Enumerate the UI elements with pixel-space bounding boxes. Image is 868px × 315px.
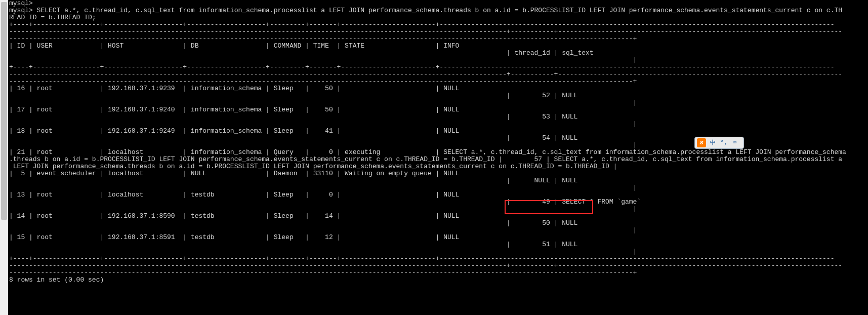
table-row: | 49 | SELECT * FROM `game`: [9, 198, 641, 206]
table-separator: ----------------------------------------…: [9, 77, 637, 85]
table-row: | 53 | NULL: [9, 113, 577, 121]
table-separator: ----------------------------------------…: [9, 262, 842, 269]
keyboard-icon[interactable]: ⌨: [730, 138, 739, 147]
table-row: LEFT JOIN performance_schema.threads b o…: [9, 163, 617, 170]
table-row: | 5 | event_scheduler | localhost | NULL…: [9, 170, 459, 177]
table-header: |: [9, 56, 637, 64]
ime-punct-icon[interactable]: °,: [719, 138, 728, 147]
table-separator: ----------------------------------------…: [9, 70, 842, 78]
table-separator: +----+-----------------+----------------…: [9, 63, 834, 71]
table-row: |: [9, 120, 637, 128]
table-row: |: [9, 226, 637, 234]
ime-mode-icon[interactable]: 中: [708, 138, 717, 147]
table-row: | 16 | root | 192.168.37.1:9239 | inform…: [9, 85, 459, 92]
result-summary: 8 rows in set (0.00 sec): [9, 276, 104, 284]
table-row: .threads b on a.id = b.PROCESSLIST_ID LE…: [9, 155, 842, 163]
table-separator: +----+-----------------+----------------…: [9, 21, 834, 28]
table-row: | NULL | NULL: [9, 177, 577, 184]
table-separator: ----------------------------------------…: [9, 28, 842, 35]
table-row: | 50 | NULL: [9, 219, 577, 227]
table-row: | 54 | NULL: [9, 134, 577, 142]
table-row: | 15 | root | 192.168.37.1:8591 | testdb…: [9, 233, 459, 241]
table-row: | 17 | root | 192.168.37.1:9240 | inform…: [9, 106, 459, 113]
table-header: | ID | USER | HOST | DB | COMMAND | TIME…: [9, 42, 459, 50]
table-row: |: [9, 141, 637, 149]
ime-logo-icon[interactable]: S: [697, 138, 706, 147]
table-header: | thread_id | sql_text: [9, 49, 594, 57]
table-row: | 14 | root | 192.168.37.1:8590 | testdb…: [9, 212, 459, 220]
table-separator: ----------------------------------------…: [9, 269, 637, 277]
table-separator: +----+-----------------+----------------…: [9, 255, 834, 262]
query-line-2: READ_ID = b.THREAD_ID;: [9, 14, 96, 21]
table-row: | 18 | root | 192.168.37.1:9249 | inform…: [9, 127, 459, 135]
query-line-1: mysql> SELECT a.*, c.thread_id, c.sql_te…: [9, 7, 842, 14]
table-row: | 52 | NULL: [9, 92, 577, 99]
table-row: |: [9, 99, 637, 106]
table-row: |: [9, 184, 637, 191]
table-row: | 13 | root | localhost | testdb | Sleep…: [9, 191, 459, 199]
ime-toolbar[interactable]: S 中 °, ⌨: [694, 137, 744, 149]
table-row: |: [9, 248, 637, 255]
prompt-cutoff: mysql>: [9, 0, 33, 7]
table-separator: ----------------------------------------…: [9, 35, 637, 43]
table-row: | 51 | NULL: [9, 241, 577, 248]
table-row: | 21 | root | localhost | information_sc…: [9, 148, 846, 156]
table-row: |: [9, 205, 637, 213]
